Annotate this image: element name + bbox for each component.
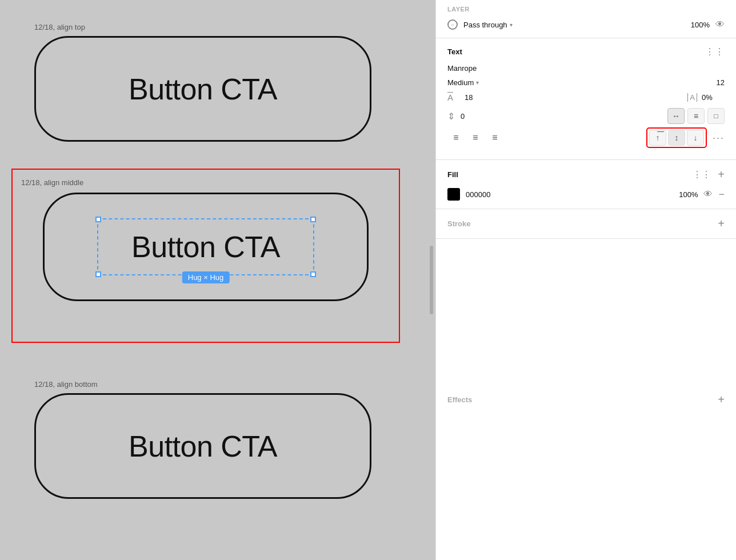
layer-section-title: Layer <box>447 6 725 13</box>
font-name[interactable]: Manrope <box>447 64 725 73</box>
font-weight-chevron: ▾ <box>476 79 479 86</box>
text-more-options-btn[interactable]: ··· <box>713 132 725 144</box>
canvas-item-bottom: 12/18, align bottom Button CTA <box>34 380 371 499</box>
middle-button-text: Button CTA <box>131 230 280 264</box>
text-horiz-align-group: ≡ ≡ ≡ <box>447 130 503 146</box>
fill-row: 000000 100% 👁 − <box>447 188 725 201</box>
fill-header: Fill ⋮⋮ + <box>447 168 725 181</box>
text-section-title: Text <box>447 47 462 56</box>
text-options-icon[interactable]: ⋮⋮ <box>705 46 725 57</box>
align-row-2: ≡ ≡ ≡ ↑ ↕ ↓ ··· <box>447 127 725 148</box>
effects-add-icon[interactable]: + <box>718 393 725 406</box>
top-button-pill[interactable]: Button CTA <box>34 36 371 142</box>
canvas-panel: 12/18, align top Button CTA 12/18, align… <box>0 0 435 560</box>
layer-blend-icon: ○ <box>447 19 458 30</box>
opacity-value: 100% <box>681 21 710 29</box>
font-size-value[interactable]: 12 <box>717 78 725 87</box>
right-panel: Layer ○ Pass through ▾ 100% 👁 Text ⋮⋮ Ma… <box>435 0 736 560</box>
font-weight-size-row: Medium ▾ 12 <box>447 78 725 87</box>
paragraph-spacing-icon: ⇕ <box>447 111 455 122</box>
font-weight-label: Medium <box>447 78 474 87</box>
middle-label: 12/18, align middle <box>21 178 390 187</box>
text-align-left-btn[interactable]: ≡ <box>447 130 465 146</box>
fill-remove-icon[interactable]: − <box>718 189 725 201</box>
top-button-text: Button CTA <box>129 72 277 106</box>
text-align-top-btn[interactable]: ↑ <box>649 130 666 146</box>
canvas-item-top: 12/18, align top Button CTA <box>34 23 371 142</box>
top-label: 12/18, align top <box>34 23 371 31</box>
font-weight-button[interactable]: Medium ▾ <box>447 78 479 87</box>
layer-visibility-icon[interactable]: 👁 <box>715 19 725 30</box>
line-height-icon: A <box>447 93 453 102</box>
text-box-btn[interactable]: □ <box>707 108 725 124</box>
fill-add-icon[interactable]: + <box>718 168 725 181</box>
letter-spacing-icon: A <box>687 93 697 102</box>
fill-section-title: Fill <box>447 170 458 179</box>
middle-pill-container: Button CTA Hug × Hug <box>21 193 390 301</box>
bottom-button-pill[interactable]: Button CTA <box>34 393 371 499</box>
stroke-add-icon[interactable]: + <box>718 217 725 230</box>
stroke-section-title: Stroke <box>447 219 470 228</box>
fill-opacity-value[interactable]: 100% <box>679 190 698 199</box>
fill-visibility-icon[interactable]: 👁 <box>703 189 713 199</box>
text-vert-align-group-highlighted: ↑ ↕ ↓ <box>646 127 707 148</box>
text-section: Text ⋮⋮ Manrope Medium ▾ 12 A 18 A 0% <box>436 38 736 160</box>
blend-mode-label: Pass through <box>463 21 507 29</box>
text-align-bottom-btn[interactable]: ↓ <box>687 130 704 146</box>
text-align-middle-btn[interactable]: ↕ <box>668 130 685 146</box>
blend-mode-button[interactable]: Pass through ▾ <box>463 21 675 29</box>
bottom-label: 12/18, align bottom <box>34 380 371 389</box>
fill-hex-value[interactable]: 000000 <box>466 190 673 199</box>
canvas-item-middle-selected[interactable]: 12/18, align middle Button CTA Hug × Hug <box>11 169 400 343</box>
fill-grid-icon[interactable]: ⋮⋮ <box>693 169 711 180</box>
text-wrap-btn[interactable]: ≡ <box>687 108 705 124</box>
effects-section: Effects + <box>436 239 736 560</box>
effects-section-title: Effects <box>447 395 472 404</box>
text-section-header: Text ⋮⋮ <box>447 46 725 57</box>
middle-button-pill[interactable]: Button CTA <box>43 193 369 301</box>
letter-spacing-value[interactable]: 0% <box>702 93 725 102</box>
layer-row: ○ Pass through ▾ 100% 👁 <box>447 19 725 30</box>
fill-color-swatch[interactable] <box>447 188 460 201</box>
blend-mode-chevron: ▾ <box>510 22 513 28</box>
canvas-scrollbar[interactable] <box>430 246 433 314</box>
fill-section: Fill ⋮⋮ + 000000 100% 👁 − <box>436 160 736 209</box>
stroke-section: Stroke + <box>436 209 736 239</box>
layer-section: Layer ○ Pass through ▾ 100% 👁 <box>436 0 736 38</box>
canvas-item-middle-inner: 12/18, align middle Button CTA Hug × Hug <box>21 178 390 333</box>
text-align-center-btn[interactable]: ≡ <box>467 130 484 146</box>
line-height-label: A <box>447 93 465 102</box>
horiz-resize-btn[interactable]: ↔ <box>667 108 685 124</box>
typo-row-1: A 18 A 0% <box>447 93 725 102</box>
bottom-button-text: Button CTA <box>129 429 277 463</box>
line-height-value[interactable]: 18 <box>465 93 487 102</box>
text-align-right-btn[interactable]: ≡ <box>486 130 503 146</box>
paragraph-spacing-value[interactable]: 0 <box>461 112 478 121</box>
align-row-1: ⇕ 0 ↔ ≡ □ <box>447 108 725 124</box>
